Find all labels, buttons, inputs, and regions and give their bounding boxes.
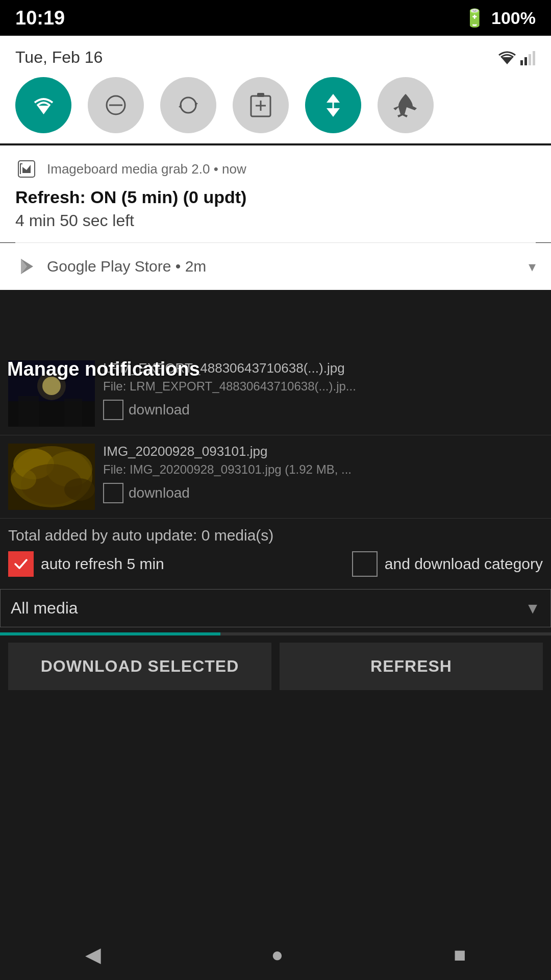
dnd-toggle[interactable] (88, 77, 144, 133)
all-media-dropdown[interactable]: All media ▼ (0, 589, 551, 627)
svg-marker-13 (501, 57, 513, 64)
sync-toggle[interactable] (160, 77, 216, 133)
quick-settings-date: Tue, Feb 16 (15, 48, 536, 67)
airplane-toggle[interactable] (378, 77, 434, 133)
svg-rect-4 (18, 396, 39, 427)
home-button[interactable]: ● (271, 943, 283, 966)
svg-marker-28 (327, 108, 340, 117)
svg-marker-18 (37, 106, 50, 114)
status-bar: 10:19 🔋 100% (0, 0, 551, 36)
svg-rect-14 (520, 60, 523, 65)
and-download-checkbox[interactable] (352, 551, 378, 577)
recents-button[interactable]: ■ (454, 943, 466, 966)
svg-point-12 (64, 478, 95, 501)
playstore-icon (15, 255, 38, 278)
navigation-bar: ◀ ● ■ (0, 929, 551, 980)
download-label: download (129, 402, 190, 418)
action-buttons: DOWNLOAD SELECTED REFRESH (0, 635, 551, 697)
auto-update-text: Total added by auto update: 0 media(s) (8, 527, 543, 544)
download-selected-button[interactable]: DOWNLOAD SELECTED (8, 643, 271, 690)
playstore-notif-text: Google Play Store • 2m (47, 258, 519, 275)
back-button[interactable]: ◀ (85, 943, 101, 966)
media-item-info: IMG_20200928_093101.jpg File: IMG_202009… (103, 444, 543, 503)
svg-rect-16 (529, 54, 531, 65)
and-download-label: and download category (385, 555, 543, 573)
svg-rect-5 (64, 399, 82, 427)
data-transfer-toggle[interactable] (305, 77, 361, 133)
dropdown-label: All media (11, 599, 78, 618)
notif-app-name: Imageboard media grab 2.0 • now (47, 161, 536, 177)
quick-settings-panel: Tue, Feb 16 (0, 36, 551, 143)
notification-card-imageboard[interactable]: Imageboard media grab 2.0 • now Refresh:… (0, 145, 551, 242)
battery-saver-toggle[interactable] (233, 77, 289, 133)
quick-settings-buttons (15, 77, 536, 133)
chevron-down-icon[interactable]: ▾ (529, 258, 536, 275)
notif-app-icon (15, 158, 38, 180)
notification-shade: 10:19 🔋 100% Tue, Feb 16 (0, 0, 551, 290)
auto-refresh-row: auto refresh 5 min and download category (8, 551, 543, 577)
auto-refresh-label: auto refresh 5 min (41, 555, 164, 573)
media-thumbnail (8, 444, 95, 510)
media-item: IMG_20200928_093101.jpg File: IMG_202009… (0, 435, 551, 519)
media-filepath: File: LRM_EXPORT_48830643710638(...).jp.… (103, 379, 543, 394)
notif-title: Refresh: ON (5 min) (0 updt) (15, 187, 536, 207)
battery-icon: 🔋 (464, 8, 485, 28)
auto-refresh-checkbox[interactable] (8, 551, 34, 577)
download-label: download (129, 485, 190, 501)
wifi-toggle[interactable] (15, 77, 71, 133)
status-icons: 🔋 100% (464, 8, 536, 28)
notification-card-playstore[interactable]: Google Play Store • 2m ▾ (0, 243, 551, 290)
svg-rect-15 (524, 57, 527, 65)
download-checkbox[interactable] (103, 400, 123, 420)
media-filepath: File: IMG_20200928_093101.jpg (1.92 MB, … (103, 462, 543, 477)
refresh-button[interactable]: REFRESH (280, 643, 543, 690)
bottom-controls: Total added by auto update: 0 media(s) a… (0, 519, 551, 589)
notif-body: 4 min 50 sec left (15, 211, 536, 230)
media-filename: IMG_20200928_093101.jpg (103, 444, 543, 459)
dropdown-arrow-icon: ▼ (525, 600, 540, 617)
date-label: Tue, Feb 16 (15, 48, 103, 67)
status-time: 10:19 (15, 7, 65, 29)
svg-rect-24 (257, 93, 264, 97)
svg-rect-17 (533, 51, 535, 65)
svg-point-11 (11, 469, 36, 489)
manage-notifications-label: Manage notifications (7, 358, 200, 380)
download-checkbox[interactable] (103, 483, 123, 503)
battery-percentage: 100% (491, 8, 536, 28)
svg-marker-27 (327, 94, 340, 103)
